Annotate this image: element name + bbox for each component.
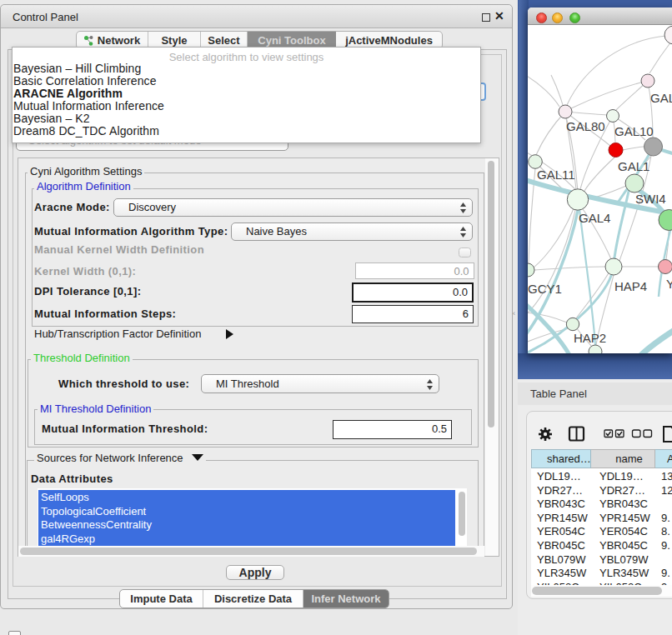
svg-text:GAL1: GAL1	[618, 159, 649, 173]
svg-text:GAL2: GAL2	[650, 91, 672, 105]
svg-text:GAL4: GAL4	[579, 211, 610, 225]
svg-text:GAL80: GAL80	[566, 119, 605, 133]
svg-text:HAP4: HAP4	[614, 279, 647, 293]
svg-text:HAP2: HAP2	[574, 331, 606, 345]
svg-text:GAL10: GAL10	[614, 124, 654, 138]
svg-text:GCY1: GCY1	[528, 282, 562, 296]
svg-text:SWI4: SWI4	[635, 192, 666, 206]
svg-text:YJL: YJL	[666, 277, 672, 291]
svg-text:GAL11: GAL11	[537, 168, 575, 182]
